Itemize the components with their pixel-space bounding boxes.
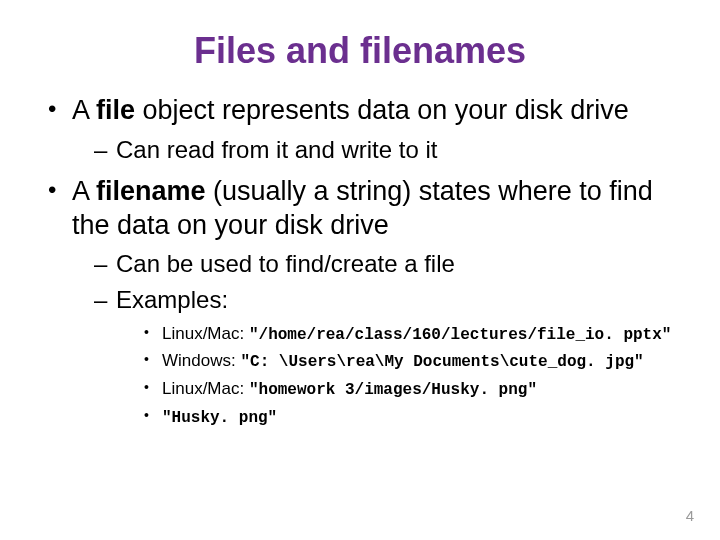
list-item: Windows: "C: \Users\rea\My Documents\cut… (144, 350, 680, 374)
example-code: "Husky. png" (162, 409, 277, 427)
example-prefix: Linux/Mac: (162, 324, 249, 343)
text-pre: A (72, 95, 96, 125)
slide-title: Files and filenames (40, 30, 680, 72)
example-code: "C: \Users\rea\My Documents\cute_dog. jp… (240, 353, 643, 371)
list-item: Linux/Mac: "/home/rea/class/160/lectures… (144, 323, 680, 347)
bullet-list-level2: Can read from it and write to it (72, 134, 680, 165)
example-code: "homework 3/images/Husky. png" (249, 381, 537, 399)
bullet-list-level1: A file object represents data on your di… (40, 94, 680, 429)
text-strong: file (96, 95, 135, 125)
text: Can read from it and write to it (116, 136, 437, 163)
text: Examples: (116, 286, 228, 313)
page-number: 4 (686, 507, 694, 524)
list-item: A file object represents data on your di… (48, 94, 680, 165)
list-item: A filename (usually a string) states whe… (48, 175, 680, 429)
text-post: object represents data on your disk driv… (135, 95, 629, 125)
bullet-list-level3: Linux/Mac: "/home/rea/class/160/lectures… (116, 323, 680, 429)
example-code: "/home/rea/class/160/lectures/file_io. p… (249, 326, 671, 344)
list-item: Can read from it and write to it (94, 134, 680, 165)
list-item: "Husky. png" (144, 406, 680, 430)
bullet-list-level2: Can be used to find/create a file Exampl… (72, 248, 680, 429)
list-item: Can be used to find/create a file (94, 248, 680, 279)
text-strong: filename (96, 176, 206, 206)
example-prefix: Windows: (162, 351, 240, 370)
text: Can be used to find/create a file (116, 250, 455, 277)
list-item: Linux/Mac: "homework 3/images/Husky. png… (144, 378, 680, 402)
text-pre: A (72, 176, 96, 206)
example-prefix: Linux/Mac: (162, 379, 249, 398)
list-item: Examples: Linux/Mac: "/home/rea/class/16… (94, 284, 680, 430)
